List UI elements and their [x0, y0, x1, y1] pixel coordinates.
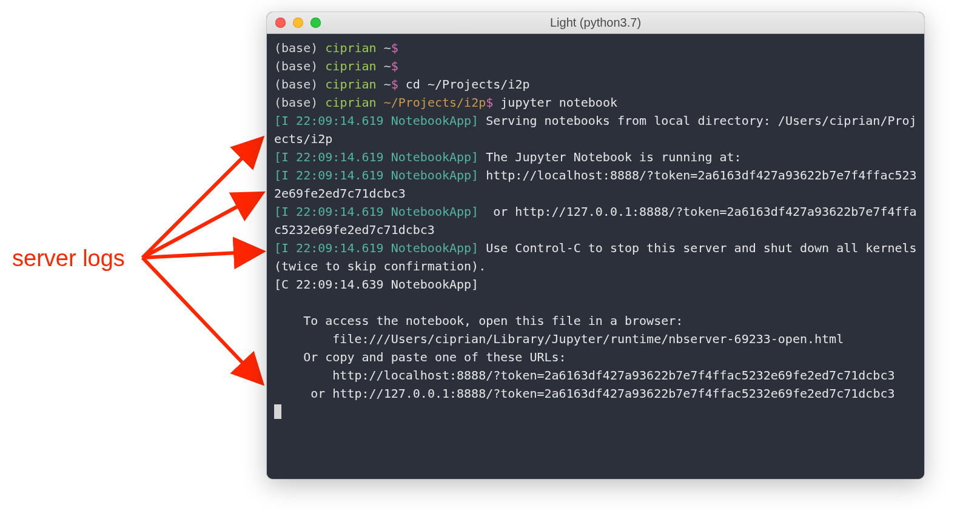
window-controls: [267, 18, 321, 28]
terminal-body[interactable]: (base) ciprian ~$ (base) ciprian ~$ (bas…: [267, 34, 924, 479]
cursor-icon: [274, 404, 281, 419]
prompt-base: (base): [274, 41, 325, 55]
cmd-jupyter: jupyter notebook: [500, 95, 617, 110]
window-title: Light (python3.7): [267, 16, 924, 30]
terminal-window: Light (python3.7) (base) ciprian ~$ (bas…: [267, 12, 924, 479]
prompt-home: ~: [377, 59, 391, 73]
log-text: To access the notebook, open this file i…: [274, 313, 683, 328]
prompt-home: ~: [377, 41, 391, 55]
prompt-user: ciprian: [325, 59, 376, 73]
prompt-path: ~/Projects/i2p: [377, 95, 486, 110]
prompt-line: (base) ciprian ~$: [274, 59, 398, 73]
log-line: [C 22:09:14.639 NotebookApp]: [274, 277, 478, 292]
minimize-icon[interactable]: [293, 18, 303, 28]
annotation-arrows: [139, 115, 267, 418]
titlebar[interactable]: Light (python3.7): [267, 12, 924, 34]
prompt-line: (base) ciprian ~$: [274, 41, 398, 55]
prompt-line: (base) ciprian ~/Projects/i2p$ jupyter n…: [274, 95, 617, 110]
prompt-dollar: $: [391, 77, 398, 92]
prompt-dollar: $: [486, 95, 493, 110]
log-line: [I 22:09:14.619 NotebookApp] Serving not…: [274, 113, 917, 146]
prompt-user: ciprian: [325, 41, 376, 55]
log-line: [I 22:09:14.619 NotebookApp] Use Control…: [274, 241, 924, 273]
log-text: file:///Users/ciprian/Library/Jupyter/ru…: [274, 332, 844, 346]
prompt-base: (base): [274, 77, 325, 92]
prompt-line: (base) ciprian ~$ cd ~/Projects/i2p: [274, 77, 529, 92]
prompt-user: ciprian: [325, 95, 376, 110]
prompt-user: ciprian: [325, 77, 376, 92]
prompt-base: (base): [274, 95, 325, 110]
log-prefix: [I 22:09:14.619 NotebookApp]: [274, 113, 478, 128]
log-prefix: [I 22:09:14.619 NotebookApp]: [274, 150, 478, 164]
log-prefix: [I 22:09:14.619 NotebookApp]: [274, 168, 478, 182]
log-text: or http://127.0.0.1:8888/?token=2a6163df…: [274, 386, 895, 401]
log-line: [I 22:09:14.619 NotebookApp] The Jupyter…: [274, 150, 742, 164]
log-text: Or copy and paste one of these URLs:: [274, 350, 566, 364]
zoom-icon[interactable]: [310, 18, 321, 28]
log-prefix: [I 22:09:14.619 NotebookApp]: [274, 241, 478, 255]
log-line: [I 22:09:14.619 NotebookApp] or http://1…: [274, 204, 917, 237]
log-line: [I 22:09:14.619 NotebookApp] http://loca…: [274, 168, 917, 201]
log-text: http://localhost:8888/?token=2a6163df427…: [274, 368, 895, 383]
prompt-base: (base): [274, 59, 325, 73]
log-text: The Jupyter Notebook is running at:: [478, 150, 741, 164]
prompt-dollar: $: [391, 41, 398, 55]
prompt-home: ~: [377, 77, 391, 92]
log-prefix-crit: [C 22:09:14.639 NotebookApp]: [274, 277, 478, 292]
prompt-dollar: $: [391, 59, 398, 73]
cmd-cd: cd ~/Projects/i2p: [406, 77, 530, 92]
annotation-server-logs: server logs: [12, 246, 125, 272]
log-prefix: [I 22:09:14.619 NotebookApp]: [274, 204, 478, 219]
close-icon[interactable]: [275, 18, 286, 28]
canvas: server logs Light (python3.7) (base) cip…: [0, 0, 980, 525]
